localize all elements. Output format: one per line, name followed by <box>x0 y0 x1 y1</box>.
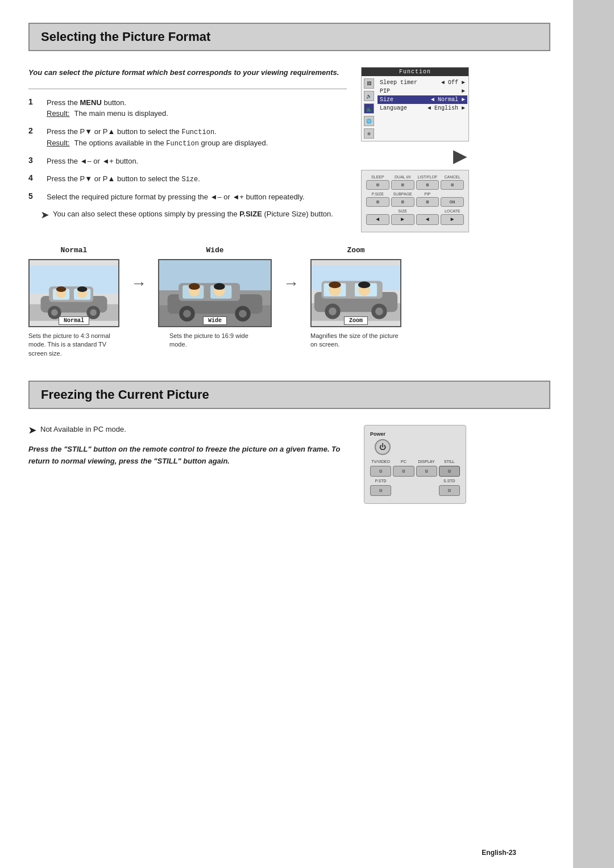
menu-icon-5: ⚙ <box>364 128 374 139</box>
freeze-text: Press the "STILL" button on the remote c… <box>28 444 347 468</box>
format-wide-label-top: Wide <box>206 246 223 254</box>
remote-label-psize: P.SIZE <box>366 192 389 196</box>
small-remote-btn-row2: ⊡ ⊡ <box>370 485 460 496</box>
small-remote-label-row2: P.STD S.STD <box>370 479 460 483</box>
format-wide-label-bottom: Wide <box>203 316 227 325</box>
format-zoom-desc: Magnifies the size of the picture on scr… <box>310 332 401 349</box>
svg-point-40 <box>375 307 383 315</box>
step-3-num: 3 <box>28 156 40 165</box>
remote-btn-on: ON <box>441 197 464 207</box>
remote-label-dual: DUAL I/II <box>391 175 414 179</box>
remote-btn-row1: ⊞ ⊞ ⊞ ⊞ <box>366 180 464 190</box>
format-diagrams: Normal <box>28 246 550 358</box>
menu-icon-1: 🖼 <box>364 78 374 89</box>
remote-label-row1: SLEEP DUAL I/II LIST/FLOF CANCEL <box>366 175 464 179</box>
section-arrow-indicator: ▶ <box>453 145 467 166</box>
remote-btn-r3-4: ► <box>441 214 464 225</box>
small-remote-still-label: STILL <box>439 460 460 464</box>
arrow-note-text: You can also select these options simply… <box>53 210 333 220</box>
remote-btn-dual: ⊞ <box>391 180 414 190</box>
small-remote-display-btn: ⊡ <box>416 466 437 477</box>
step-5-num: 5 <box>28 191 40 201</box>
page-number: English-23 <box>482 849 516 857</box>
svg-point-43 <box>329 282 341 289</box>
step-2-content: Press the P▼ or P▲ button to select the … <box>47 126 268 149</box>
remote-btn-pip2: ⊞ <box>416 197 439 207</box>
remote-box: SLEEP DUAL I/II LIST/FLOF CANCEL ⊞ ⊞ ⊞ ⊞ <box>361 170 469 232</box>
format-normal-label-bottom: Normal <box>59 316 89 325</box>
remote-btn-cancel: ⊞ <box>441 180 464 190</box>
menu-icon-4: 🌐 <box>364 116 374 126</box>
format-wide-img-container: Wide <box>158 259 272 327</box>
function-menu-title: Function <box>362 68 468 76</box>
small-remote-sstd-label: S.STD <box>439 479 460 483</box>
remote-label-size: SIZE <box>391 209 414 213</box>
menu-row-size: Size ◄ Normal ► <box>377 95 467 104</box>
normal-car-svg <box>30 265 118 322</box>
step-1-content: Press the MENU button. Result: The main … <box>47 97 168 119</box>
small-remote-btn-row1: ⊡ ⊡ ⊡ ⊡ <box>370 466 460 477</box>
sidebar <box>573 0 614 868</box>
section1-intro: You can select the picture format which … <box>28 67 347 78</box>
svg-point-29 <box>214 283 225 290</box>
format-normal-label-top: Normal <box>61 246 88 254</box>
divider1 <box>28 89 347 89</box>
remote-btn-psize: ⊞ <box>366 197 389 207</box>
svg-point-14 <box>77 286 88 292</box>
result-text-2: The options available in the Function gr… <box>74 137 268 149</box>
menu-left-icons: 🖼 🔊 📺 🌐 ⚙ <box>364 78 374 139</box>
section1-header: Selecting the Picture Format <box>28 23 550 51</box>
svg-point-23 <box>183 310 191 318</box>
remote-label-empty <box>441 192 464 196</box>
function-menu-box: Function 🖼 🔊 📺 🌐 ⚙ <box>361 67 469 141</box>
remote-btn-row2: ⊞ ⊞ ⊞ ON <box>366 197 464 207</box>
small-remote-still-btn: ⊡ <box>439 466 460 477</box>
remote-label-row2: P.SIZE SUBPAGE PIP <box>366 192 464 196</box>
svg-point-28 <box>189 283 200 290</box>
arrow-normal-to-wide: → <box>131 274 147 293</box>
small-remote-tvvideo-btn: ⊡ <box>370 466 391 477</box>
small-remote-power-label: Power <box>370 431 460 437</box>
menu-icon-2: 🔊 <box>364 91 374 101</box>
right-panel: Function 🖼 🔊 📺 🌐 ⚙ <box>358 67 472 232</box>
format-wide: Wide <box>158 246 272 349</box>
remote-label-r3-3 <box>416 209 439 213</box>
step-3: 3 Press the ◄– or ◄+ button. <box>28 156 347 167</box>
step-5-content: Select the required picture format by pr… <box>47 191 305 203</box>
zoom-car-svg <box>312 265 400 322</box>
small-remote-sstd-btn: ⊡ <box>439 485 460 496</box>
svg-point-13 <box>56 286 67 292</box>
svg-point-25 <box>239 310 247 318</box>
format-zoom-img-container: Zoom <box>310 259 401 327</box>
step-1-num: 1 <box>28 97 40 106</box>
remote-btn-subpage: ⊞ <box>391 197 414 207</box>
menu-icon-3: 📺 <box>364 103 374 114</box>
freeze-content: ➤ Not Available in PC mode. Press the "S… <box>28 425 550 504</box>
step-1: 1 Press the MENU button. Result: The mai… <box>28 97 347 119</box>
menu-row-sleep: Sleep timer ◄ Off ► <box>380 78 465 87</box>
remote-label-list: LIST/FLOF <box>416 175 439 179</box>
section1-title: Selecting the Picture Format <box>41 30 538 44</box>
remote-btn-r3-2: ► <box>391 214 414 225</box>
remote-label-sleep: SLEEP <box>366 175 389 179</box>
small-remote-pc-btn: ⊡ <box>393 466 414 477</box>
remote-label-locate: LOCATE <box>441 209 464 213</box>
result-text-1: The main menu is displayed. <box>74 108 168 119</box>
small-remote: Power ⏻ TV/VIDEO PC DISPLAY STILL ⊡ ⊡ ⊡ <box>364 425 466 504</box>
format-normal: Normal <box>28 246 119 358</box>
step-4: 4 Press the P▼ or P▲ button to select th… <box>28 173 347 185</box>
remote-label-pip2: PIP <box>416 192 439 196</box>
format-zoom-label-top: Zoom <box>347 246 364 254</box>
remote-label-row3: SIZE LOCATE <box>366 209 464 213</box>
step-2: 2 Press the P▼ or P▲ button to select th… <box>28 126 347 149</box>
small-remote-tvvideo-label: TV/VIDEO <box>370 460 391 464</box>
small-remote-power-btn: ⏻ <box>375 439 391 455</box>
remote-btn-list: ⊞ <box>416 180 439 190</box>
remote-label-cancel: CANCEL <box>441 175 464 179</box>
freeze-left: ➤ Not Available in PC mode. Press the "S… <box>28 425 347 504</box>
small-remote-empty2 <box>416 479 437 483</box>
remote-btn-r3-3: ◄ <box>416 214 439 225</box>
format-zoom: Zoom <box>310 246 401 349</box>
svg-point-44 <box>358 282 370 289</box>
small-remote-empty1 <box>393 479 414 483</box>
